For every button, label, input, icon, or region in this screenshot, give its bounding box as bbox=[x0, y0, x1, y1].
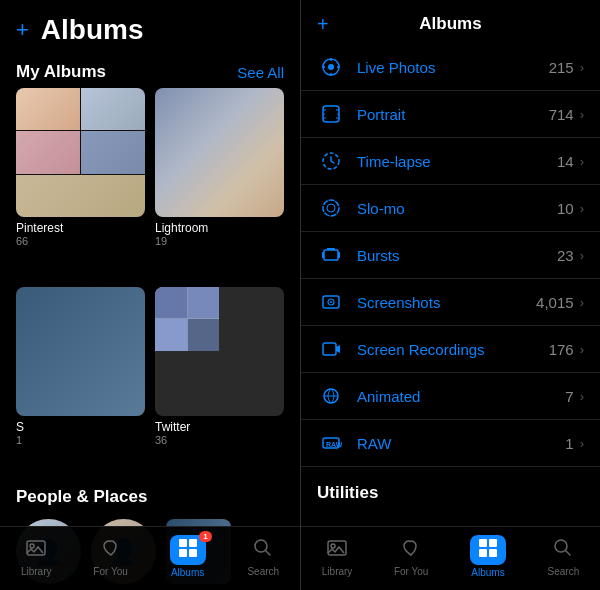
right-nav-search-label: Search bbox=[548, 566, 580, 577]
svg-rect-17 bbox=[324, 250, 338, 260]
album-count-lightroom: 19 bbox=[155, 235, 284, 247]
left-bottom-nav: Library For You 1 bbox=[0, 526, 300, 590]
list-item-timelapse[interactable]: Time-lapse 14 › bbox=[301, 138, 600, 185]
svg-rect-24 bbox=[323, 343, 336, 355]
utilities-label: Utilities bbox=[317, 483, 584, 503]
svg-text:RAW: RAW bbox=[326, 441, 342, 448]
nav-albums-label: Albums bbox=[171, 567, 204, 578]
svg-rect-19 bbox=[338, 252, 340, 258]
svg-point-1 bbox=[30, 544, 34, 548]
album-count-s: 1 bbox=[16, 434, 145, 446]
screen-recordings-name: Screen Recordings bbox=[357, 341, 549, 358]
nav-albums[interactable]: 1 Albums bbox=[170, 535, 206, 578]
live-photos-icon bbox=[317, 53, 345, 81]
list-item-slomo[interactable]: Slo-mo 10 › bbox=[301, 185, 600, 232]
album-item-pinterest[interactable]: Pinterest 66 bbox=[16, 88, 145, 277]
right-nav-search[interactable]: Search bbox=[548, 537, 580, 577]
right-nav-foryou[interactable]: For You bbox=[394, 537, 428, 577]
svg-rect-5 bbox=[189, 549, 197, 557]
album-name-pinterest: Pinterest bbox=[16, 221, 145, 235]
svg-rect-13 bbox=[323, 106, 339, 122]
svg-point-35 bbox=[331, 544, 335, 548]
right-title: Albums bbox=[419, 14, 481, 34]
album-thumb-twitter bbox=[155, 287, 284, 416]
nav-search[interactable]: Search bbox=[247, 537, 279, 577]
list-item-animated[interactable]: Animated 7 › bbox=[301, 373, 600, 420]
right-nav-foryou-label: For You bbox=[394, 566, 428, 577]
list-item-live-photos[interactable]: Live Photos 215 › bbox=[301, 44, 600, 91]
album-name-s: S bbox=[16, 420, 145, 434]
svg-point-16 bbox=[327, 204, 335, 212]
right-nav-library-label: Library bbox=[322, 566, 353, 577]
svg-point-8 bbox=[328, 64, 334, 70]
right-nav-library[interactable]: Library bbox=[322, 537, 353, 577]
album-thumb-s bbox=[16, 287, 145, 416]
album-item-s[interactable]: S 1 bbox=[16, 287, 145, 476]
album-thumb-pinterest bbox=[16, 88, 145, 217]
timelapse-chevron: › bbox=[580, 154, 584, 169]
album-thumb-lightroom bbox=[155, 88, 284, 217]
list-item-imports[interactable]: Imports 997 › bbox=[301, 509, 600, 526]
nav-foryou[interactable]: For You bbox=[93, 537, 127, 577]
slomo-name: Slo-mo bbox=[357, 200, 557, 217]
live-photos-name: Live Photos bbox=[357, 59, 549, 76]
right-nav-albums[interactable]: Albums bbox=[470, 535, 506, 578]
bursts-chevron: › bbox=[580, 248, 584, 263]
svg-point-40 bbox=[555, 540, 567, 552]
svg-rect-39 bbox=[489, 549, 497, 557]
list-item-raw[interactable]: RAW RAW 1 › bbox=[301, 420, 600, 467]
search-icon bbox=[252, 537, 274, 564]
svg-rect-36 bbox=[479, 539, 487, 547]
svg-rect-4 bbox=[179, 549, 187, 557]
animated-count: 7 bbox=[565, 388, 573, 405]
album-item-lightroom[interactable]: Lightroom 19 bbox=[155, 88, 284, 277]
screenshots-icon bbox=[317, 288, 345, 316]
list-item-bursts[interactable]: Bursts 23 › bbox=[301, 232, 600, 279]
svg-rect-18 bbox=[322, 252, 324, 258]
svg-point-15 bbox=[323, 200, 339, 216]
album-item-twitter[interactable]: Twitter 36 bbox=[155, 287, 284, 476]
right-panel: + Albums Live Photos 215 › bbox=[300, 0, 600, 590]
list-item-screenshots[interactable]: Screenshots 4,015 › bbox=[301, 279, 600, 326]
people-places-label: People & Places bbox=[16, 487, 284, 507]
right-header: + Albums bbox=[301, 0, 600, 44]
library-icon bbox=[25, 537, 47, 564]
nav-library[interactable]: Library bbox=[21, 537, 52, 577]
left-add-button[interactable]: + bbox=[16, 17, 29, 43]
my-albums-section-header: My Albums See All bbox=[0, 50, 300, 88]
right-library-icon bbox=[326, 537, 348, 564]
svg-point-23 bbox=[330, 301, 332, 303]
albums-badge: 1 bbox=[199, 531, 211, 542]
bursts-icon bbox=[317, 241, 345, 269]
right-albums-nav-box bbox=[470, 535, 506, 565]
screenshots-name: Screenshots bbox=[357, 294, 536, 311]
screen-recordings-icon bbox=[317, 335, 345, 363]
timelapse-icon bbox=[317, 147, 345, 175]
left-panel: + Albums My Albums See All Pinterest 66 bbox=[0, 0, 300, 590]
foryou-icon bbox=[100, 537, 122, 564]
raw-icon: RAW bbox=[317, 429, 345, 457]
albums-grid: Pinterest 66 Lightroom 19 S 1 bbox=[0, 88, 300, 475]
screen-recordings-chevron: › bbox=[580, 342, 584, 357]
screenshots-count: 4,015 bbox=[536, 294, 574, 311]
nav-search-label: Search bbox=[247, 566, 279, 577]
right-nav-albums-label: Albums bbox=[471, 567, 504, 578]
bursts-count: 23 bbox=[557, 247, 574, 264]
see-all-button[interactable]: See All bbox=[237, 64, 284, 81]
svg-rect-3 bbox=[189, 539, 197, 547]
live-photos-chevron: › bbox=[580, 60, 584, 75]
animated-chevron: › bbox=[580, 389, 584, 404]
slomo-count: 10 bbox=[557, 200, 574, 217]
people-section-header: People & Places bbox=[0, 475, 300, 513]
portrait-chevron: › bbox=[580, 107, 584, 122]
my-albums-label: My Albums bbox=[16, 62, 106, 82]
nav-library-label: Library bbox=[21, 566, 52, 577]
list-item-portrait[interactable]: Portrait 714 › bbox=[301, 91, 600, 138]
raw-chevron: › bbox=[580, 436, 584, 451]
right-foryou-icon bbox=[400, 537, 422, 564]
live-photos-count: 215 bbox=[549, 59, 574, 76]
right-add-button[interactable]: + bbox=[317, 13, 329, 36]
portrait-count: 714 bbox=[549, 106, 574, 123]
list-item-screen-recordings[interactable]: Screen Recordings 176 › bbox=[301, 326, 600, 373]
utilities-section-divider: Utilities bbox=[301, 467, 600, 509]
